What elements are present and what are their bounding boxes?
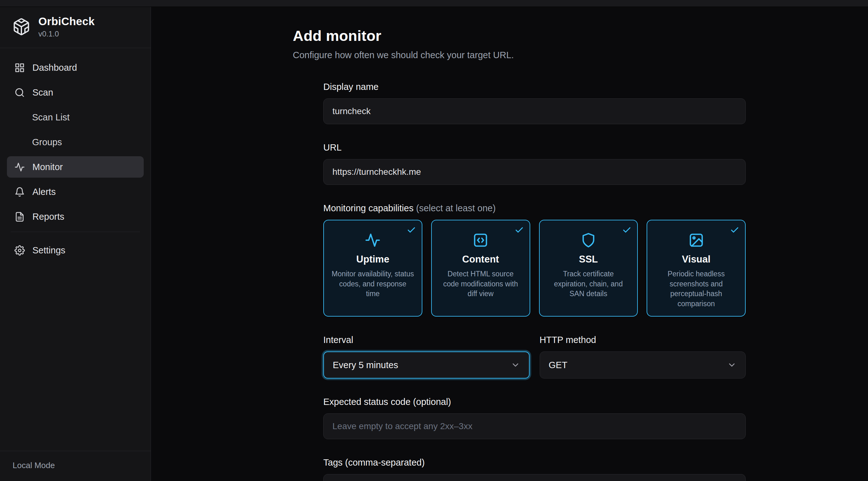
interval-field-group: Interval Every 5 minutes bbox=[323, 335, 530, 379]
capability-title: Content bbox=[439, 254, 522, 265]
http-method-select-value: GET bbox=[549, 360, 568, 370]
display-name-input[interactable] bbox=[323, 98, 746, 124]
sidebar-item-label: Reports bbox=[32, 212, 64, 222]
app-version: v0.1.0 bbox=[38, 30, 95, 38]
status-code-field-group: Expected status code (optional) bbox=[323, 397, 746, 439]
http-method-field-group: HTTP method GET bbox=[540, 335, 746, 379]
app-identity: OrbiCheck v0.1.0 bbox=[38, 15, 95, 38]
sidebar-item-groups[interactable]: Groups bbox=[7, 131, 144, 153]
add-monitor-form: Display name URL Monitoring capabilities… bbox=[323, 82, 746, 481]
sidebar-item-dashboard[interactable]: Dashboard bbox=[7, 57, 144, 78]
shield-icon bbox=[581, 232, 596, 248]
app-logo-cube-icon bbox=[12, 17, 31, 36]
sidebar-item-reports[interactable]: Reports bbox=[7, 206, 144, 227]
sidebar-item-label: Settings bbox=[32, 245, 65, 256]
page-title: Add monitor bbox=[293, 27, 746, 44]
sidebar-item-scan[interactable]: Scan bbox=[7, 82, 144, 103]
http-method-select[interactable]: GET bbox=[540, 351, 746, 379]
interval-select-value: Every 5 minutes bbox=[333, 360, 398, 370]
capability-title: Uptime bbox=[332, 254, 414, 265]
status-code-label: Expected status code (optional) bbox=[323, 397, 746, 407]
capabilities-field-group: Monitoring capabilities (select at least… bbox=[323, 203, 746, 317]
sidebar-item-label: Alerts bbox=[32, 187, 56, 197]
capability-description: Monitor availability, status codes, and … bbox=[332, 269, 414, 299]
activity-icon bbox=[365, 232, 380, 248]
sidebar-item-label: Monitor bbox=[32, 162, 63, 172]
chevron-down-icon bbox=[727, 360, 737, 370]
capabilities-label: Monitoring capabilities (select at least… bbox=[323, 203, 746, 214]
gear-icon bbox=[14, 245, 25, 256]
capabilities-hint: (select at least one) bbox=[416, 203, 496, 213]
search-icon bbox=[14, 87, 25, 98]
check-icon bbox=[622, 225, 631, 235]
capability-description: Periodic headless screenshots and percep… bbox=[655, 269, 738, 309]
local-mode-badge: Local Mode bbox=[0, 451, 151, 481]
check-icon bbox=[730, 225, 739, 235]
url-label: URL bbox=[323, 142, 746, 153]
interval-method-row: Interval Every 5 minutes HTTP method GET bbox=[323, 335, 746, 379]
tags-label: Tags (comma-separated) bbox=[323, 457, 746, 468]
activity-icon bbox=[14, 162, 25, 172]
capability-card-visual[interactable]: Visual Periodic headless screenshots and… bbox=[647, 220, 746, 317]
main-content: Add monitor Configure how often we shoul… bbox=[151, 7, 868, 481]
nav-divider bbox=[11, 232, 140, 232]
sidebar-item-settings[interactable]: Settings bbox=[7, 239, 144, 261]
tags-input[interactable] bbox=[323, 474, 746, 481]
sidebar: OrbiCheck v0.1.0 Dashboard bbox=[0, 7, 151, 481]
sidebar-header: OrbiCheck v0.1.0 bbox=[0, 7, 151, 48]
display-name-field-group: Display name bbox=[323, 82, 746, 124]
capability-description: Track certificate expiration, chain, and… bbox=[547, 269, 630, 299]
tags-field-group: Tags (comma-separated) bbox=[323, 457, 746, 481]
sidebar-item-alerts[interactable]: Alerts bbox=[7, 181, 144, 202]
interval-label: Interval bbox=[323, 335, 530, 345]
window-titlebar bbox=[0, 0, 868, 7]
capability-card-uptime[interactable]: Uptime Monitor availability, status code… bbox=[323, 220, 422, 317]
sidebar-item-label: Groups bbox=[32, 137, 62, 148]
sidebar-item-monitor[interactable]: Monitor bbox=[7, 156, 144, 178]
app-name: OrbiCheck bbox=[38, 15, 95, 28]
sidebar-item-label: Scan List bbox=[32, 112, 69, 123]
http-method-label: HTTP method bbox=[540, 335, 746, 345]
chevron-down-icon bbox=[511, 360, 520, 370]
image-icon bbox=[688, 232, 704, 248]
capability-description: Detect HTML source code modifications wi… bbox=[439, 269, 522, 299]
check-icon bbox=[407, 225, 416, 235]
status-code-input[interactable] bbox=[323, 413, 746, 439]
app-root: OrbiCheck v0.1.0 Dashboard bbox=[0, 7, 868, 481]
sidebar-nav: Dashboard Scan Scan List Groups bbox=[0, 48, 151, 264]
sidebar-item-label: Dashboard bbox=[32, 63, 77, 73]
sidebar-item-label: Scan bbox=[32, 87, 53, 98]
page-subtitle: Configure how often we should check your… bbox=[293, 50, 746, 60]
url-input[interactable] bbox=[323, 159, 746, 185]
display-name-label: Display name bbox=[323, 82, 746, 92]
report-document-icon bbox=[14, 212, 25, 222]
capability-cards: Uptime Monitor availability, status code… bbox=[323, 220, 746, 317]
capabilities-label-text: Monitoring capabilities bbox=[323, 203, 413, 213]
interval-select[interactable]: Every 5 minutes bbox=[323, 351, 530, 379]
bell-icon bbox=[14, 187, 25, 197]
capability-title: Visual bbox=[655, 254, 738, 265]
code-file-icon bbox=[473, 232, 488, 248]
capability-card-content[interactable]: Content Detect HTML source code modifica… bbox=[431, 220, 530, 317]
sidebar-item-scan-list[interactable]: Scan List bbox=[7, 106, 144, 128]
dashboard-grid-icon bbox=[14, 63, 25, 73]
capability-title: SSL bbox=[547, 254, 630, 265]
capability-card-ssl[interactable]: SSL Track certificate expiration, chain,… bbox=[539, 220, 638, 317]
check-icon bbox=[515, 225, 524, 235]
url-field-group: URL bbox=[323, 142, 746, 185]
